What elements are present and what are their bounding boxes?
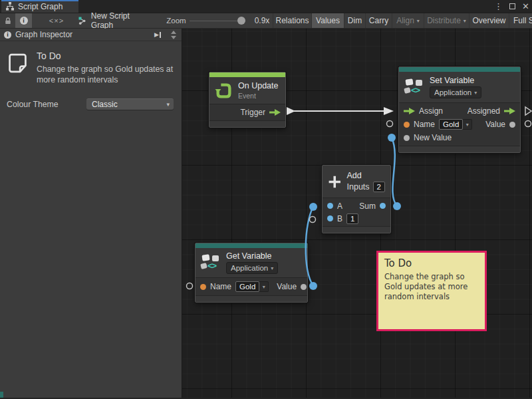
port-label-name: Name (210, 282, 231, 291)
unity-visual-scripting-window: Script Graph ⋮ ✕ i <×> (0, 0, 532, 399)
unconnected-flow-triangle (525, 107, 531, 115)
port-label-assign: Assign (419, 106, 443, 116)
port-label-value: Value (277, 282, 297, 291)
toolbar-button-align[interactable]: Align ▾ (392, 13, 424, 28)
node-add[interactable]: Add Inputs 2 A Sum (322, 165, 391, 233)
b-input-port[interactable] (327, 215, 333, 221)
variable-name-dropdown[interactable]: Gold ▾ (235, 281, 269, 292)
toolbar-button-overview[interactable]: Overview (469, 13, 509, 28)
node-footer (323, 227, 390, 233)
variable-scope-dropdown[interactable]: Application ▾ (226, 262, 278, 274)
button-label: Distribute (427, 16, 461, 25)
toolbar-button-full-screen[interactable]: Full S (509, 13, 532, 28)
unconnected-port-ring (310, 217, 316, 223)
trigger-output-port[interactable] (269, 109, 281, 116)
value-output-port[interactable] (301, 284, 307, 290)
port-label-sum: Sum (359, 201, 376, 211)
colour-theme-select[interactable]: Classic ▾ (86, 98, 174, 110)
wire-endpoint-dot[interactable] (309, 203, 317, 211)
button-label: Overview (472, 16, 505, 25)
sticky-note[interactable]: To Do Change the graph so Gold updates a… (376, 251, 487, 331)
colour-theme-label: Colour Theme (7, 100, 59, 109)
code-view-button[interactable]: <×> (41, 13, 72, 28)
variable-scope-dropdown[interactable]: Application ▾ (430, 86, 481, 98)
variable-name-value: Gold (439, 119, 463, 130)
inputs-count-field[interactable]: 2 (373, 182, 385, 192)
note-icon (7, 51, 29, 76)
port-label-a: A (337, 201, 342, 211)
name-input-port[interactable] (404, 122, 410, 128)
maximize-icon[interactable] (509, 3, 515, 9)
graph-summary-title: To Do (37, 51, 175, 61)
graph-inspector-header[interactable]: i Graph Inspector ▶ (0, 29, 182, 41)
tab-label: Script Graph (18, 1, 63, 11)
value-wire-add-to-set[interactable] (392, 138, 397, 206)
node-title: On Update (238, 81, 278, 90)
node-set-variable[interactable]: <> Set Variable Application ▾ (398, 66, 521, 153)
port-label-b: B (337, 214, 342, 223)
name-input-port[interactable] (200, 284, 206, 290)
zoom-slider-thumb[interactable] (237, 17, 245, 25)
new-value-input-port[interactable] (404, 135, 410, 141)
button-label: Align (396, 16, 414, 25)
flow-wire-end-arrow[interactable] (384, 107, 394, 115)
toolbar-button-values[interactable]: Values (311, 13, 344, 28)
plus-icon (328, 173, 342, 191)
kebab-menu-icon[interactable]: ⋮ (494, 0, 503, 13)
scroll-spinner[interactable] (169, 29, 178, 41)
graph-inspector-toggle-button[interactable]: i (15, 13, 32, 28)
assigned-output-port[interactable] (504, 108, 515, 114)
node-footer (209, 121, 285, 127)
a-input-port[interactable] (327, 203, 333, 209)
sum-output-port[interactable] (380, 203, 386, 209)
graph-canvas[interactable]: On Update Event Trigger (182, 29, 532, 398)
node-on-update[interactable]: On Update Event Trigger (209, 72, 286, 128)
resize-grip[interactable] (0, 392, 3, 398)
zoom-value: 0.9x (253, 13, 271, 28)
wire-endpoint-dot[interactable] (309, 282, 317, 290)
toolbar-button-dim[interactable]: Dim (344, 13, 365, 28)
panel-title: Graph Inspector (15, 30, 150, 39)
toolbar-button-relations[interactable]: Relations (273, 13, 311, 28)
spinner-up-icon[interactable] (171, 31, 176, 34)
wire-endpoint-dot[interactable] (388, 134, 396, 142)
variable-name-value: Gold (235, 281, 259, 292)
unconnected-port-ring (387, 121, 393, 127)
toolbar-button-distribute[interactable]: Distribute ▾ (424, 13, 469, 28)
node-get-variable[interactable]: <> Get Variable Application ▾ Name (195, 243, 308, 303)
toolbar-button-carry[interactable]: Carry (365, 13, 392, 28)
wire-endpoint-dot[interactable] (393, 202, 401, 210)
code-icon: <×> (49, 17, 64, 25)
info-icon: i (20, 17, 28, 25)
titlebar: Script Graph ⋮ ✕ (0, 0, 532, 13)
button-label: Full S (513, 16, 532, 25)
flow-wire-start-arrow[interactable] (287, 107, 295, 115)
new-script-graph-icon (78, 17, 87, 25)
zoom-label: Zoom (165, 13, 188, 28)
button-label: Values (316, 16, 340, 25)
close-icon[interactable]: ✕ (522, 0, 529, 13)
new-script-graph-button[interactable]: New Script Graph (78, 13, 153, 28)
lock-icon (4, 17, 12, 25)
chevron-down-icon: ▾ (259, 281, 269, 292)
variable-scope-value: Application (434, 88, 471, 96)
colour-theme-value: Classic (92, 100, 118, 109)
node-footer (196, 296, 307, 302)
expand-panel-icon[interactable]: ▶ (154, 31, 161, 38)
script-graph-icon (5, 2, 15, 11)
button-label: Relations (275, 16, 309, 25)
lock-button[interactable] (1, 13, 14, 28)
toolbar: i <×> New Script Graph Zoom 0.9x Relatio… (0, 13, 532, 29)
variables-icon: <> (201, 254, 221, 272)
tab-script-graph[interactable]: Script Graph (1, 0, 78, 13)
variable-name-dropdown[interactable]: Gold ▾ (439, 119, 472, 130)
zoom-slider[interactable] (190, 13, 245, 28)
spinner-down-icon[interactable] (171, 36, 176, 39)
node-subtitle: Event (238, 92, 278, 100)
port-label-trigger: Trigger (240, 108, 265, 117)
assign-input-port[interactable] (404, 108, 415, 114)
inputs-label: Inputs (347, 182, 370, 192)
value-output-port[interactable] (509, 122, 515, 128)
node-title: Add (347, 171, 385, 180)
b-value-field[interactable]: 1 (346, 213, 358, 224)
